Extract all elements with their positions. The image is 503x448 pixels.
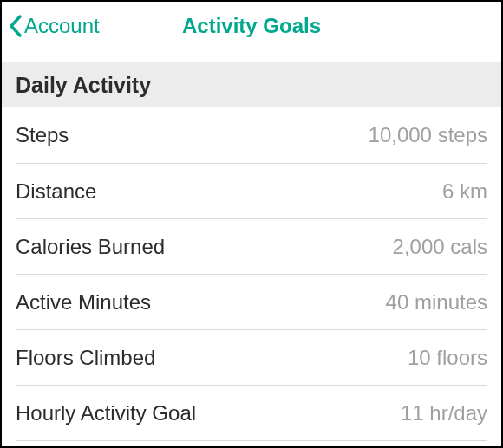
row-value: 40 minutes (386, 290, 487, 315)
row-value: 11 hr/day (401, 401, 487, 425)
row-steps[interactable]: Steps 10,000 steps (16, 107, 487, 164)
row-label: Hourly Activity Goal (16, 401, 196, 425)
back-button[interactable]: Account (9, 14, 100, 38)
row-value: 6 km (442, 179, 487, 204)
row-value: 2,000 cals (393, 235, 487, 259)
row-floors-climbed[interactable]: Floors Climbed 10 floors (16, 330, 487, 386)
row-calories-burned[interactable]: Calories Burned 2,000 cals (16, 219, 487, 275)
goals-list: Steps 10,000 steps Distance 6 km Calorie… (2, 107, 501, 441)
row-distance[interactable]: Distance 6 km (16, 164, 487, 219)
row-value: 10 floors (408, 346, 487, 370)
chevron-left-icon (9, 14, 23, 38)
back-label: Account (24, 14, 100, 38)
row-value: 10,000 steps (369, 123, 487, 147)
row-label: Steps (16, 123, 69, 147)
nav-bar: Account Activity Goals (2, 2, 501, 50)
row-label: Active Minutes (16, 290, 151, 315)
section-header: Daily Activity (2, 62, 501, 107)
row-label: Distance (16, 179, 96, 204)
row-active-minutes[interactable]: Active Minutes 40 minutes (16, 275, 487, 330)
row-label: Floors Climbed (16, 346, 155, 370)
row-label: Calories Burned (16, 235, 165, 259)
row-hourly-activity-goal[interactable]: Hourly Activity Goal 11 hr/day (16, 386, 487, 441)
